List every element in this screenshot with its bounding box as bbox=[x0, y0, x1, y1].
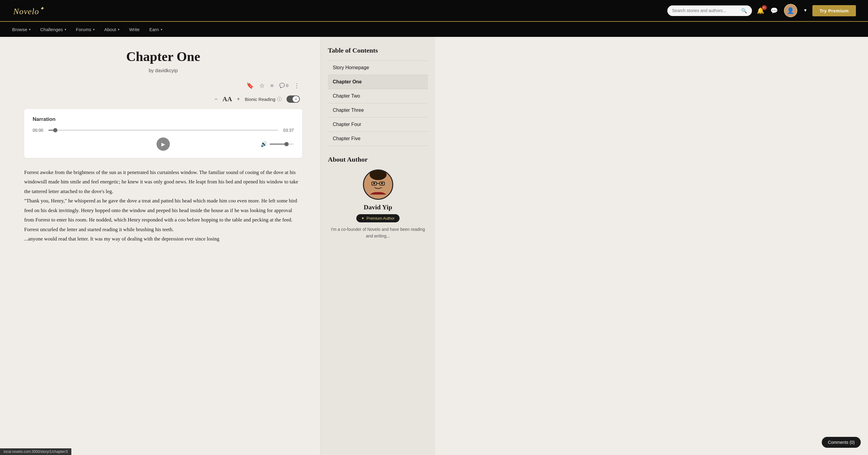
notifications-button[interactable]: 🔔 9+ bbox=[757, 7, 764, 14]
messages-button[interactable]: 💬 bbox=[770, 7, 778, 14]
about-chevron: ▾ bbox=[118, 28, 119, 31]
bionic-info-icon[interactable]: ⓘ bbox=[277, 96, 282, 102]
nav-icons: 🔔 9+ 💬 👤 ▼ bbox=[757, 4, 808, 17]
story-paragraph-2: "Thank you, Henry," he whispered as he g… bbox=[24, 196, 302, 234]
comment-count-area[interactable]: 💬 0 bbox=[279, 83, 289, 88]
list-icon[interactable]: ≡ bbox=[270, 82, 274, 89]
challenges-chevron: ▾ bbox=[65, 28, 66, 31]
comment-icon: 💬 bbox=[279, 83, 285, 88]
volume-thumb bbox=[284, 142, 289, 146]
premium-badge-icon: ✦ bbox=[361, 216, 365, 221]
author-name: David Yip bbox=[364, 203, 392, 211]
browse-menu[interactable]: Browse ▾ bbox=[12, 26, 31, 33]
toggle-knob: ✕ bbox=[292, 96, 299, 102]
toc-item-story-homepage[interactable]: Story Homepage bbox=[328, 60, 428, 75]
volume-bar[interactable] bbox=[270, 143, 294, 145]
author-card: David Yip ✦ Premium Author I'm a co-foun… bbox=[328, 169, 428, 239]
font-increase-button[interactable]: + bbox=[237, 96, 240, 102]
bookmark-icon[interactable]: 🔖 bbox=[246, 82, 254, 89]
avatar-face: 👤 bbox=[784, 4, 797, 17]
about-author-title: About Author bbox=[328, 156, 428, 163]
narration-title: Narration bbox=[33, 116, 294, 122]
search-icon[interactable]: 🔍 bbox=[741, 8, 747, 13]
volume-fill bbox=[270, 143, 286, 145]
forums-menu[interactable]: Forums ▾ bbox=[76, 26, 95, 33]
story-paragraph-1: Forrest awoke from the brightness of the… bbox=[24, 168, 302, 196]
nav-search-area: 🔍 🔔 9+ 💬 👤 ▼ Try Premium bbox=[667, 4, 856, 17]
bionic-reading-toggle[interactable]: ✕ bbox=[286, 95, 300, 103]
about-menu[interactable]: About ▾ bbox=[104, 26, 119, 33]
premium-author-badge: ✦ Premium Author bbox=[356, 214, 399, 222]
earn-chevron: ▾ bbox=[161, 28, 162, 31]
top-nav: Novelo✦ 🔍 🔔 9+ 💬 👤 ▼ Try Premium bbox=[0, 0, 868, 21]
story-body: Forrest awoke from the brightness of the… bbox=[24, 168, 302, 244]
svg-point-5 bbox=[373, 183, 375, 184]
user-menu-chevron[interactable]: ▼ bbox=[803, 8, 808, 13]
time-total: 03:37 bbox=[282, 128, 294, 133]
site-logo[interactable]: Novelo✦ bbox=[12, 4, 44, 17]
story-paragraph-3: ...anyone would read that letter. It was… bbox=[24, 234, 302, 243]
status-bar: local.novelo.com:3000/story/1/chapter/3 bbox=[0, 448, 71, 455]
author-bio: I'm a co-founder of Novelo and have been… bbox=[328, 226, 428, 239]
search-input[interactable] bbox=[672, 8, 739, 13]
toc-item-chapter-two[interactable]: Chapter Two bbox=[328, 89, 428, 103]
notif-badge: 9+ bbox=[762, 5, 767, 10]
audio-progress-bar[interactable] bbox=[49, 130, 278, 131]
user-avatar[interactable]: 👤 bbox=[784, 4, 797, 17]
more-options-icon[interactable]: ⋮ bbox=[294, 82, 300, 89]
sidebar: Table of Contents Story Homepage Chapter… bbox=[320, 37, 435, 455]
browse-chevron: ▾ bbox=[29, 28, 31, 31]
comments-float-button[interactable]: Comments (0) bbox=[822, 437, 861, 448]
toc-item-chapter-three[interactable]: Chapter Three bbox=[328, 103, 428, 118]
earn-menu[interactable]: Earn ▾ bbox=[149, 26, 162, 33]
try-premium-button[interactable]: Try Premium bbox=[812, 5, 856, 16]
toc-list: Story Homepage Chapter One Chapter Two C… bbox=[328, 60, 428, 146]
write-link[interactable]: Write bbox=[129, 27, 140, 32]
search-box[interactable]: 🔍 bbox=[667, 5, 752, 16]
content-area: Chapter One by davidkcyip 🔖 ☆ ≡ 💬 0 ⋮ − … bbox=[0, 37, 320, 455]
narration-box: Narration 00:00 03:37 ▶ 🔊 bbox=[24, 109, 302, 158]
toc-title: Table of Contents bbox=[328, 46, 428, 54]
author-avatar bbox=[363, 169, 393, 200]
toc-item-chapter-five[interactable]: Chapter Five bbox=[328, 132, 428, 146]
time-current: 00:00 bbox=[33, 128, 45, 133]
volume-control: 🔊 bbox=[260, 141, 294, 148]
chapter-toolbar: 🔖 ☆ ≡ 💬 0 ⋮ bbox=[24, 82, 302, 89]
toc-item-chapter-four[interactable]: Chapter Four bbox=[328, 118, 428, 132]
svg-point-6 bbox=[381, 183, 383, 184]
sub-nav: Browse ▾ Challenges ▾ Forums ▾ About ▾ W… bbox=[0, 21, 868, 37]
font-decrease-button[interactable]: − bbox=[215, 96, 218, 102]
volume-icon[interactable]: 🔊 bbox=[260, 141, 267, 148]
progress-thumb bbox=[53, 128, 57, 132]
chapter-author: by davidkcyip bbox=[24, 68, 302, 73]
star-icon[interactable]: ☆ bbox=[259, 82, 265, 89]
bionic-reading-label: Bionic Reading ⓘ bbox=[245, 96, 282, 102]
audio-progress: 00:00 03:37 bbox=[33, 128, 294, 133]
font-size-label: AA bbox=[222, 95, 232, 103]
toc-item-chapter-one[interactable]: Chapter One bbox=[328, 75, 428, 89]
audio-controls-row: ▶ 🔊 bbox=[33, 137, 294, 151]
main-layout: Chapter One by davidkcyip 🔖 ☆ ≡ 💬 0 ⋮ − … bbox=[0, 37, 868, 455]
forums-chevron: ▾ bbox=[93, 28, 95, 31]
chapter-title: Chapter One bbox=[24, 49, 302, 64]
play-button[interactable]: ▶ bbox=[157, 137, 170, 151]
author-avatar-svg bbox=[364, 170, 392, 199]
challenges-menu[interactable]: Challenges ▾ bbox=[40, 26, 66, 33]
reading-controls: − AA + Bionic Reading ⓘ ✕ bbox=[24, 95, 302, 103]
